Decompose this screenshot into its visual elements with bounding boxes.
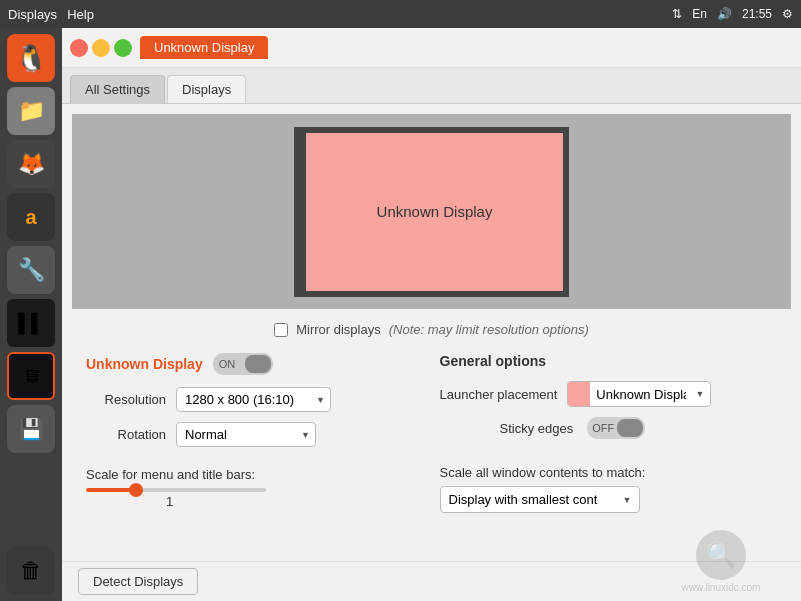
scale-all-select-wrapper: Display with smallest cont (440, 486, 640, 513)
scale-section: Scale for menu and title bars: 1 (70, 467, 432, 513)
sidebar-icon-terminal[interactable]: ▌▌ (7, 299, 55, 347)
main-content: Unknown Display All Settings Displays Un… (62, 28, 801, 601)
topbar-sort-icon: ⇅ (672, 7, 682, 21)
resolution-select-wrapper: 1280 x 800 (16:10) (176, 387, 331, 412)
launcher-select[interactable]: Unknown Display (590, 383, 710, 406)
scale-value: 1 (166, 494, 173, 509)
scale-slider[interactable] (86, 488, 266, 492)
maximize-button[interactable] (114, 39, 132, 57)
mirror-note: (Note: may limit resolution options) (389, 322, 589, 337)
rotation-select-wrapper: Normal (176, 422, 316, 447)
launcher-color-swatch (568, 382, 590, 406)
scale-all-select[interactable]: Display with smallest cont (440, 486, 640, 513)
mirror-checkbox[interactable] (274, 323, 288, 337)
sticky-row: Sticky edges OFF (440, 417, 778, 439)
topbar-time: 21:55 (742, 7, 772, 21)
settings-left: Unknown Display ON Resolution 1280 x 800… (78, 345, 432, 465)
display-name-row: Unknown Display ON (86, 353, 424, 375)
topbar-lang[interactable]: En (692, 7, 707, 21)
sidebar-icon-firefox[interactable]: 🦊 (7, 140, 55, 188)
topbar-menu: Displays Help (8, 7, 94, 22)
scale-all-section: Scale all window contents to match: Disp… (432, 465, 794, 513)
footer: Detect Displays (62, 561, 801, 601)
tab-all-settings[interactable]: All Settings (70, 75, 165, 103)
general-options-title: General options (440, 353, 778, 369)
mirror-row: Mirror displays (Note: may limit resolut… (62, 314, 801, 345)
detect-displays-button[interactable]: Detect Displays (78, 568, 198, 595)
sidebar-icon-settings[interactable]: 🔧 (7, 246, 55, 294)
topbar-left: Displays Help (8, 7, 94, 22)
topbar-right: ⇅ En 🔊 21:55 ⚙ (672, 7, 793, 21)
rotation-label: Rotation (86, 427, 166, 442)
sidebar-icon-trash[interactable]: 🗑 (7, 547, 55, 595)
scale-slider-row (86, 488, 424, 492)
launcher-row: Launcher placement Unknown Display (440, 381, 778, 407)
rotation-row: Rotation Normal (86, 422, 424, 447)
settings-right: General options Launcher placement Unkno… (432, 345, 786, 465)
toggle-on-label: ON (219, 358, 236, 370)
display-toggle[interactable]: ON (213, 353, 273, 375)
nav-tabs: All Settings Displays (62, 68, 801, 104)
launcher-label: Launcher placement (440, 387, 558, 402)
sidebar-icon-ubuntu[interactable]: 🐧 (7, 34, 55, 82)
sidebar-icon-files[interactable]: 📁 (7, 87, 55, 135)
window-title-tab: Unknown Display (140, 36, 268, 59)
scale-all-label: Scale all window contents to match: (440, 465, 786, 480)
tab-displays[interactable]: Displays (167, 75, 246, 103)
display-monitor[interactable]: Unknown Display (294, 127, 569, 297)
close-button[interactable] (70, 39, 88, 57)
sidebar-icon-amazon[interactable]: a (7, 193, 55, 241)
display-monitor-label: Unknown Display (377, 203, 493, 220)
topbar: Displays Help ⇅ En 🔊 21:55 ⚙ (0, 0, 801, 28)
display-preview-area: Unknown Display (72, 114, 791, 309)
resolution-row: Resolution 1280 x 800 (16:10) (86, 387, 424, 412)
toggle-knob (245, 355, 271, 373)
rotation-select[interactable]: Normal (176, 422, 316, 447)
sidebar-icon-monitor[interactable]: 🖥 (7, 352, 55, 400)
sidebar: 🐧 📁 🦊 a 🔧 ▌▌ 🖥 💾 🗑 ◀ (0, 28, 62, 601)
scale-label: Scale for menu and title bars: (86, 467, 424, 482)
window-controls (70, 39, 132, 57)
minimize-button[interactable] (92, 39, 110, 57)
sticky-toggle[interactable]: OFF (587, 417, 645, 439)
menu-help[interactable]: Help (67, 7, 94, 22)
resolution-select[interactable]: 1280 x 800 (16:10) (176, 387, 331, 412)
mirror-label: Mirror displays (296, 322, 381, 337)
scale-thumb (129, 483, 143, 497)
window-header: Unknown Display (62, 28, 801, 68)
topbar-volume-icon: 🔊 (717, 7, 732, 21)
sticky-toggle-knob (617, 419, 643, 437)
topbar-gear-icon[interactable]: ⚙ (782, 7, 793, 21)
settings-grid: Unknown Display ON Resolution 1280 x 800… (62, 345, 801, 465)
menu-displays[interactable]: Displays (8, 7, 57, 22)
sticky-label: Sticky edges (500, 421, 574, 436)
resolution-label: Resolution (86, 392, 166, 407)
sticky-off-label: OFF (592, 422, 614, 434)
launcher-select-wrapper: Unknown Display (567, 381, 711, 407)
sidebar-icon-files2[interactable]: 💾 (7, 405, 55, 453)
display-name-label: Unknown Display (86, 356, 203, 372)
